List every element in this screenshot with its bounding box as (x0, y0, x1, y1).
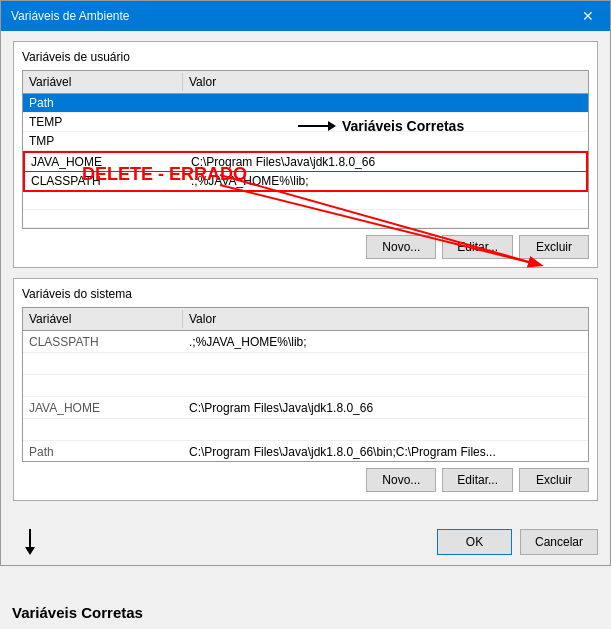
error-rows-wrapper: JAVA_HOME C:\Program Files\Java\jdk1.8.0… (23, 151, 588, 192)
bottom-arrow-container (25, 529, 35, 555)
user-btn-row: Novo... Editar... Excluir (22, 235, 589, 259)
sys-row-javahome-var: JAVA_HOME (23, 400, 183, 416)
title-bar-title: Variáveis de Ambiente (11, 9, 130, 23)
sys-delete-button[interactable]: Excluir (519, 468, 589, 492)
user-header-value: Valor (183, 73, 588, 91)
user-row-tmp-var: TMP (23, 133, 183, 149)
sys-row-path[interactable]: Path C:\Program Files\Java\jdk1.8.0_66\b… (23, 441, 588, 462)
system-btn-row: Novo... Editar... Excluir (22, 468, 589, 492)
user-delete-button[interactable]: Excluir (519, 235, 589, 259)
system-header-variable: Variável (23, 310, 183, 328)
sys-row-classpath-val: .;%JAVA_HOME%\lib; (183, 334, 588, 350)
dialog-body: Variáveis de usuário Variável Valor Path… (1, 31, 610, 521)
system-variables-table[interactable]: Variável Valor CLASSPATH .;%JAVA_HOME%\l… (22, 307, 589, 462)
sys-new-button[interactable]: Novo... (366, 468, 436, 492)
user-row-classpath-var: CLASSPATH (25, 173, 185, 189)
title-bar: Variáveis de Ambiente ✕ (1, 1, 610, 31)
user-new-button[interactable]: Novo... (366, 235, 436, 259)
user-row-tmp-val (183, 133, 588, 149)
user-row-classpath-val: .;%JAVA_HOME%\lib; (185, 173, 586, 189)
ok-button[interactable]: OK (437, 529, 512, 555)
user-variables-section: Variáveis de usuário Variável Valor Path… (13, 41, 598, 268)
bottom-down-arrow (29, 529, 31, 547)
user-row-temp[interactable]: TEMP (23, 113, 588, 132)
system-header-value: Valor (183, 310, 588, 328)
user-row-tmp[interactable]: TMP (23, 132, 588, 151)
user-row-javahome-var: JAVA_HOME (25, 154, 185, 170)
user-header-variable: Variável (23, 73, 183, 91)
sys-row-javahome[interactable]: JAVA_HOME C:\Program Files\Java\jdk1.8.0… (23, 397, 588, 419)
cancel-button[interactable]: Cancelar (520, 529, 598, 555)
dialog-window: Variáveis de Ambiente ✕ Variáveis de usu… (0, 0, 611, 566)
sys-row-classpath-var: CLASSPATH (23, 334, 183, 350)
sys-row-empty3 (23, 419, 588, 441)
sys-row-empty1 (23, 353, 588, 375)
sys-row-classpath[interactable]: CLASSPATH .;%JAVA_HOME%\lib; (23, 331, 588, 353)
user-row-empty1 (23, 192, 588, 210)
close-button[interactable]: ✕ (576, 4, 600, 28)
user-row-path[interactable]: Path (23, 94, 588, 113)
user-row-path-val (183, 95, 588, 111)
user-row-javahome[interactable]: JAVA_HOME C:\Program Files\Java\jdk1.8.0… (23, 151, 588, 172)
bottom-corretas-label: Variáveis Corretas (12, 604, 143, 621)
footer: OK Cancelar (1, 521, 610, 565)
bottom-corretas-text: Variáveis Corretas (12, 604, 143, 621)
user-table-header: Variável Valor (23, 71, 588, 94)
bottom-arrow-head (25, 547, 35, 555)
user-row-empty2 (23, 210, 588, 228)
user-section-label: Variáveis de usuário (22, 50, 589, 64)
user-row-temp-var: TEMP (23, 114, 183, 130)
sys-edit-button[interactable]: Editar... (442, 468, 513, 492)
user-row-javahome-val: C:\Program Files\Java\jdk1.8.0_66 (185, 154, 586, 170)
sys-row-path-var: Path (23, 444, 183, 460)
sys-row-path-val: C:\Program Files\Java\jdk1.8.0_66\bin;C:… (183, 444, 588, 460)
user-row-temp-val (183, 114, 588, 130)
user-row-classpath[interactable]: CLASSPATH .;%JAVA_HOME%\lib; (23, 172, 588, 192)
user-edit-button[interactable]: Editar... (442, 235, 513, 259)
system-section-label: Variáveis do sistema (22, 287, 589, 301)
system-table-header: Variável Valor (23, 308, 588, 331)
user-row-path-var: Path (23, 95, 183, 111)
sys-row-empty2 (23, 375, 588, 397)
sys-row-javahome-val: C:\Program Files\Java\jdk1.8.0_66 (183, 400, 588, 416)
system-variables-section: Variáveis do sistema Variável Valor CLAS… (13, 278, 598, 501)
user-variables-table: Variável Valor Path TEMP TMP (22, 70, 589, 229)
